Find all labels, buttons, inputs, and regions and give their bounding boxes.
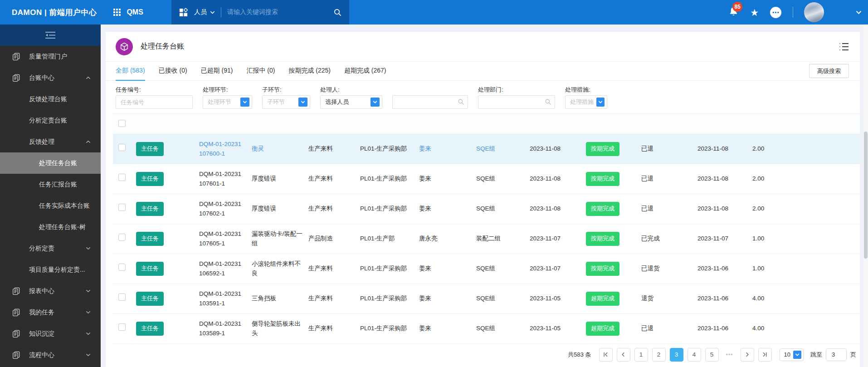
issue-link[interactable]: 厚度错误 [246, 174, 303, 184]
issue-link[interactable]: 侧导轮架筋板未出头 [246, 319, 303, 338]
stage-cell: 生产来料 [303, 264, 355, 274]
page-size-select[interactable]: 10 [780, 348, 804, 361]
stage-cell: 生产来料 [303, 294, 355, 303]
select-all-checkbox[interactable] [118, 120, 126, 127]
task-code-link[interactable]: DQM-01-20231103591-1 [194, 289, 246, 308]
measure-select[interactable]: 处理措施 [565, 95, 607, 109]
person-search-input[interactable] [392, 95, 468, 109]
tab[interactable]: 汇报中 (0) [246, 62, 275, 81]
tab[interactable]: 超期完成 (267) [344, 62, 386, 81]
dept-link[interactable]: SQE组 [471, 264, 524, 274]
row-checkbox[interactable] [118, 323, 126, 331]
sidebar-item[interactable]: 我的任务 [0, 302, 101, 323]
sidebar-item[interactable]: 分析定责台账 [0, 110, 101, 131]
sidebar-item[interactable]: 任务汇报台账 [0, 174, 101, 195]
list-view-icon[interactable] [839, 43, 849, 51]
next-page-button[interactable] [741, 348, 754, 362]
page-button-5[interactable]: 5 [705, 348, 719, 362]
app-switcher[interactable]: QMS [113, 8, 143, 16]
page-header: 处理任务台账 [106, 32, 860, 62]
notifications-button[interactable]: 85 [728, 6, 739, 19]
tab[interactable]: 全部 (583) [116, 62, 145, 81]
row-checkbox[interactable] [118, 234, 126, 241]
page-button-1[interactable]: 1 [634, 348, 648, 362]
row-checkbox[interactable] [118, 264, 126, 271]
sidebar-item[interactable]: 项目质量分析定责... [0, 259, 101, 280]
task-code-link[interactable]: DQM-01-20231103589-1 [194, 319, 246, 338]
due-date-cell: 2023-11-07 [524, 234, 580, 244]
chevron-down-icon[interactable] [856, 10, 862, 15]
page-button-2[interactable]: 2 [652, 348, 666, 362]
row-checkbox[interactable] [118, 174, 126, 181]
task-code-link[interactable]: DQM-01-20231107601-1 [194, 170, 246, 189]
person-link[interactable]: 姜来 [414, 324, 471, 333]
sidebar-item[interactable]: 反馈处理台账 [0, 88, 101, 110]
favorites-star-icon[interactable]: ★ [750, 8, 759, 17]
page-button-3[interactable]: 3 [670, 348, 683, 362]
sidebar-item[interactable]: 反馈处理 [0, 131, 101, 152]
stage-cell: 产品制造 [303, 234, 355, 244]
dept-link[interactable]: SQE组 [471, 294, 524, 303]
person-link[interactable]: 姜来 [414, 294, 471, 303]
sub-stage-select[interactable]: 子环节 [262, 95, 310, 109]
prev-page-button[interactable] [617, 348, 630, 362]
row-checkbox[interactable] [118, 204, 126, 211]
sidebar-item[interactable]: 流程中心 [0, 344, 101, 366]
sidebar-item[interactable]: 处理任务台账-树 [0, 216, 101, 238]
sidebar-collapse-button[interactable] [0, 24, 101, 46]
tab[interactable]: 已接收 (0) [159, 62, 187, 81]
task-code-link[interactable]: DQM-01-20231107600-1 [194, 140, 246, 159]
sub-stage-cell: PL01-生产采购部 [355, 294, 414, 303]
app-name: QMS [127, 8, 143, 16]
issue-link[interactable]: 小滚轮组件来料不良 [246, 259, 303, 279]
sidebar-item[interactable]: 任务实际成本台账 [0, 195, 101, 216]
task-code-link[interactable]: DQM-01-20231106592-1 [194, 259, 246, 279]
dept-link[interactable]: SQE组 [471, 144, 524, 154]
sidebar-item[interactable]: 台账中心 [0, 67, 101, 88]
sidebar-item[interactable]: 质量管理门户 [0, 46, 101, 67]
tab[interactable]: 已超期 (91) [201, 62, 233, 81]
issue-link[interactable]: 厚度错误 [246, 204, 303, 214]
task-no-input[interactable] [116, 95, 193, 109]
person-link[interactable]: 姜来 [414, 174, 471, 184]
search-category-select[interactable]: 人员 [194, 8, 215, 16]
task-code-link[interactable]: DQM-01-20231107605-1 [194, 230, 246, 249]
sidebar-item[interactable]: 分析定责 [0, 238, 101, 259]
person-link[interactable]: 姜来 [414, 204, 471, 214]
divider [221, 7, 221, 17]
first-page-button[interactable] [599, 348, 613, 362]
dept-link[interactable]: SQE组 [471, 174, 524, 184]
sidebar-item[interactable]: 处理任务台账 [0, 152, 101, 174]
sidebar-item[interactable]: 报表中心 [0, 280, 101, 302]
dept-link[interactable]: SQE组 [471, 204, 524, 214]
filter-person-search [392, 84, 468, 113]
table-row: 主任务 DQM-01-20231107602-1 厚度错误 生产来料 PL01-… [113, 194, 860, 224]
person-link[interactable]: 姜来 [414, 264, 471, 274]
row-checkbox[interactable] [118, 144, 126, 151]
more-ellipsis-icon[interactable] [770, 6, 782, 19]
advanced-search-button[interactable]: 高级搜索 [809, 64, 849, 78]
issue-link[interactable]: 三角挡板 [246, 294, 303, 303]
issue-link[interactable]: 衡灵 [246, 144, 303, 154]
user-avatar[interactable] [804, 2, 824, 22]
stage-select[interactable]: 处理环节 [203, 95, 252, 109]
tab[interactable]: 按期完成 (225) [288, 62, 331, 81]
jump-page-input[interactable] [826, 348, 847, 361]
dept-link[interactable]: 装配二组 [471, 234, 524, 244]
sidebar-item[interactable]: 知识沉淀 [0, 323, 101, 344]
last-page-button[interactable] [758, 348, 772, 362]
jump-unit: 页 [850, 351, 856, 359]
person-select[interactable]: 选择人员 [320, 95, 382, 109]
page-button-4[interactable]: 4 [688, 348, 701, 362]
task-code-link[interactable]: DQM-01-20231107602-1 [194, 200, 246, 219]
global-search-input[interactable]: 请输入关键词搜索 [227, 8, 327, 16]
dept-link[interactable]: SQE组 [471, 324, 524, 333]
days-cell: 1.00 [747, 264, 803, 274]
person-link[interactable]: 唐永亮 [414, 234, 471, 244]
chevron-down-icon [793, 351, 801, 359]
person-link[interactable]: 姜来 [414, 144, 471, 154]
search-icon[interactable] [333, 8, 342, 17]
dept-search-input[interactable] [478, 95, 555, 109]
issue-link[interactable]: 漏装驱动卡/装配一组 [246, 230, 303, 249]
row-checkbox[interactable] [118, 294, 126, 301]
